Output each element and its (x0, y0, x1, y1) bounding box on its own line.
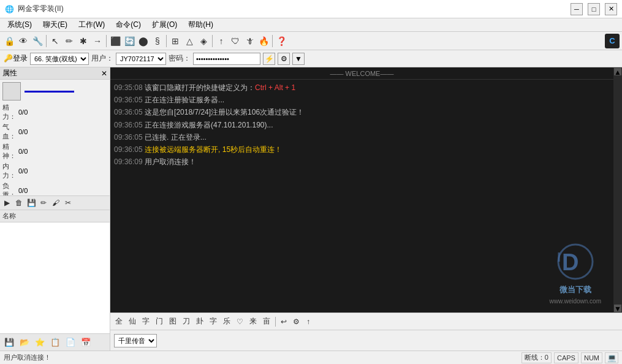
chat-line-2: 09:36:05 这是您自[2018/7/24]注册以来第106次通过验证！ (114, 107, 610, 118)
toolbar-sep3 (166, 35, 167, 47)
lb-copy[interactable]: 📋 (48, 336, 62, 349)
toolbar-tool1[interactable]: 🔧 (31, 34, 44, 48)
lt-paint[interactable]: 🖌 (50, 197, 61, 208)
toolbar-star[interactable]: ✱ (77, 34, 90, 48)
svg-text:I: I (557, 249, 561, 265)
ctb-settings[interactable]: ⚙ (290, 316, 302, 327)
toolbar-b3[interactable]: ⬤ (137, 34, 150, 48)
status-monitor-icon[interactable]: 💻 (605, 352, 618, 363)
scroll-up[interactable]: ▲ (614, 68, 621, 75)
lt-save[interactable]: 💾 (26, 197, 37, 208)
ctb-lai[interactable]: 来 (247, 315, 259, 328)
title-bar: 🌐 网金零零装(II) ─ □ ✕ (0, 0, 622, 18)
toolbar-pencil[interactable]: ✏ (63, 34, 76, 48)
login-bar: 🔑登录 66. 笑傲(双线) 用户： JY7072117 密码： ⚡ ⚙ ▼ (0, 50, 622, 67)
ctb-up[interactable]: ↑ (303, 316, 313, 327)
app-title: 网金零零装(II) (18, 4, 64, 14)
toolbar-help[interactable]: ❓ (275, 34, 288, 48)
ctb-all[interactable]: 全 (113, 315, 125, 328)
connect-button[interactable]: ⚡ (263, 53, 275, 65)
toolbar-c3[interactable]: ◈ (197, 34, 210, 48)
ctb-gua[interactable]: 卦 (194, 315, 206, 328)
ctb-xian[interactable]: 仙 (126, 315, 138, 328)
stat-qx: 气血： 0/0 (2, 123, 107, 141)
toolbar-eye[interactable]: 👁 (17, 34, 30, 48)
password-input[interactable] (193, 53, 260, 65)
menu-command[interactable]: 命令(C) (111, 18, 146, 31)
settings-button[interactable]: ⚙ (278, 53, 290, 65)
main-layout: 属性 ✕ 精力： 0/0 气血： 0/0 精神： 0/0 (0, 67, 622, 351)
toolbar-logo: C (605, 34, 620, 48)
menu-chat[interactable]: 聊天(E) (38, 18, 72, 31)
server-select[interactable]: 66. 笑傲(双线) (30, 53, 89, 65)
toolbar: 🔒 👁 🔧 ↖ ✏ ✱ → ⬛ 🔄 ⬤ § ⊞ △ ◈ ↑ 🛡 🗡 🔥 ❓ C (0, 32, 622, 50)
maximize-button[interactable]: □ (588, 3, 600, 15)
toolbar-sep1 (46, 35, 47, 47)
toolbar-sep4 (212, 35, 213, 47)
toolbar-c2[interactable]: △ (183, 34, 196, 48)
lt-cut[interactable]: ✂ (63, 197, 74, 208)
toolbar-b2[interactable]: 🔄 (123, 34, 136, 48)
bag-content[interactable] (0, 222, 110, 333)
status-disconnect: 断线：0 (521, 352, 552, 363)
title-icon: 🌐 (5, 5, 14, 13)
menu-work[interactable]: 工作(W) (74, 18, 110, 31)
lt-play[interactable]: ▶ (1, 197, 12, 208)
lb-doc[interactable]: 📄 (64, 336, 77, 349)
lb-star[interactable]: ⭐ (33, 336, 47, 349)
toolbar-lock[interactable]: 🔒 (2, 34, 16, 48)
stat-js: 精神： 0/0 (2, 142, 107, 161)
toolbar-cursor[interactable]: ↖ (48, 34, 62, 48)
toolbar-sep5 (272, 35, 273, 47)
toolbar-d3[interactable]: 🗡 (243, 34, 256, 48)
minimize-button[interactable]: ─ (571, 3, 583, 15)
ctb-xin[interactable]: ♡ (234, 316, 246, 327)
ctb-tu[interactable]: 图 (167, 315, 179, 328)
chat-line-4: 09:36:05 已连接. 正在登录... (114, 132, 610, 143)
toolbar-b1[interactable]: ⬛ (108, 34, 122, 48)
ctb-zi2[interactable]: 字 (207, 315, 219, 328)
menu-help[interactable]: 帮助(H) (183, 18, 218, 31)
bag-header: 名称 (0, 210, 110, 222)
toolbar-d4[interactable]: 🔥 (257, 34, 270, 48)
chat-area[interactable]: 09:35:08 该窗口隐藏打开的快捷键定义为：Ctrl + Alt + 1 0… (110, 80, 613, 313)
chat-line-5: 09:36:05 连接被远端服务器断开, 15秒后自动重连！ (114, 144, 610, 156)
avatar (2, 82, 21, 100)
chat-line-6: 09:36:09 用户取消连接！ (114, 156, 610, 168)
attr-header: 属性 ✕ (0, 67, 110, 80)
ctb-men[interactable]: 门 (153, 315, 165, 328)
menu-system[interactable]: 系统(S) (2, 18, 37, 31)
ctb-le[interactable]: 乐 (221, 315, 233, 328)
menu-extend[interactable]: 扩展(O) (147, 18, 182, 31)
pass-label: 密码： (169, 53, 191, 64)
lt-delete[interactable]: 🗑 (13, 197, 25, 208)
right-panel: —— WELCOME—— 09:35:08 该窗口隐藏打开的快捷键定义为：Ctr… (110, 67, 622, 313)
arrow-button[interactable]: ▼ (292, 53, 305, 65)
scroll-down[interactable]: ▼ (614, 305, 621, 312)
ctb-zi[interactable]: 字 (140, 315, 152, 328)
close-attr-button[interactable]: ✕ (101, 69, 107, 78)
right-scrollbar[interactable]: ▲ ▼ (613, 67, 622, 313)
toolbar-c1[interactable]: ⊞ (169, 34, 182, 48)
lb-save[interactable]: 💾 (2, 336, 16, 349)
attr-content: 精力： 0/0 气血： 0/0 精神： 0/0 内力： 0/0 负重： 0/0 … (0, 80, 110, 195)
lb-cal[interactable]: 📅 (79, 336, 93, 349)
chat-line-1: 09:36:05 正在连注册验证服务器... (114, 94, 610, 106)
toolbar-arrow[interactable]: → (91, 34, 104, 48)
toolbar-d1[interactable]: ↑ (214, 34, 228, 48)
user-select[interactable]: JY7072117 (116, 53, 166, 65)
lb-open[interactable]: 📂 (18, 336, 31, 349)
attr-title: 属性 (2, 68, 17, 78)
close-button[interactable]: ✕ (605, 3, 617, 15)
toolbar-b4[interactable]: § (151, 34, 164, 48)
toolbar-d2[interactable]: 🛡 (229, 34, 242, 48)
status-text: 用户取消连接！ (4, 353, 51, 362)
ctb-dao[interactable]: 刀 (180, 315, 192, 328)
user-label: 用户： (91, 53, 113, 64)
ctb-undo[interactable]: ↩ (278, 316, 289, 327)
input-area: 千里传音 本地 喊话 密语 (110, 330, 622, 351)
channel-select[interactable]: 千里传音 本地 喊话 密语 (114, 334, 157, 347)
ctb-mu[interactable]: 亩 (260, 315, 273, 328)
lt-edit[interactable]: ✏ (38, 197, 49, 208)
bag-col-name: 名称 (2, 211, 16, 221)
